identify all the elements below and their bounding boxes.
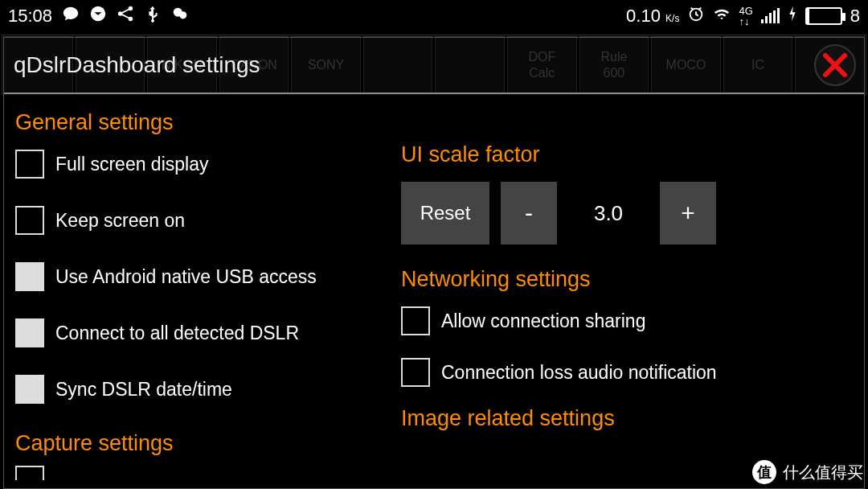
modal-header: qDslrDashboard settings — [4, 38, 864, 94]
scale-value: 3.0 — [568, 201, 649, 226]
label-full-screen: Full screen display — [55, 154, 208, 175]
watermark-badge: 值 — [751, 458, 778, 486]
section-networking: Networking settings — [401, 267, 853, 292]
checkbox-keep-screen-on[interactable] — [15, 206, 44, 235]
increase-button[interactable]: + — [660, 182, 716, 244]
wechat-icon — [171, 5, 189, 27]
checkbox-native-usb[interactable] — [15, 262, 44, 291]
section-image: Image related settings — [401, 406, 853, 431]
checkbox-loss-notify[interactable] — [401, 358, 430, 387]
row-loss-notify[interactable]: Connection loss audio notification — [401, 358, 853, 387]
reset-button[interactable]: Reset — [401, 182, 489, 244]
checkbox-allow-sharing[interactable] — [401, 306, 430, 335]
section-ui-scale: UI scale factor — [401, 142, 853, 167]
label-keep-screen-on: Keep screen on — [55, 210, 185, 232]
row-full-screen[interactable]: Full screen display — [15, 150, 379, 179]
label-allow-sharing: Allow connection sharing — [441, 310, 645, 332]
share-icon — [117, 5, 134, 27]
battery-percent: 8 — [850, 6, 860, 27]
left-column: General settings Full screen display Kee… — [4, 96, 390, 488]
decrease-button[interactable]: - — [501, 182, 557, 244]
message-icon — [89, 5, 107, 27]
watermark: 值 什么值得买 — [751, 458, 863, 486]
checkbox-connect-all[interactable] — [15, 318, 44, 347]
android-status-bar: 15:08 0.10 K/s 4G↑↓ — [0, 0, 868, 32]
close-icon — [819, 49, 851, 81]
row-allow-sharing[interactable]: Allow connection sharing — [401, 306, 853, 335]
ui-scale-controls: Reset - 3.0 + — [401, 182, 853, 244]
usb-icon — [144, 5, 162, 27]
row-native-usb[interactable]: Use Android native USB access — [15, 262, 379, 291]
modal-title: qDslrDashboard settings — [14, 52, 260, 78]
section-general: General settings — [15, 110, 379, 135]
alarm-icon — [687, 5, 705, 27]
label-loss-notify: Connection loss audio notification — [441, 362, 717, 384]
label-connect-all: Connect to all detected DSLR — [55, 323, 299, 344]
label-sync-time: Sync DSLR date/time — [55, 379, 232, 401]
status-time: 15:08 — [8, 6, 52, 27]
row-connect-all[interactable]: Connect to all detected DSLR — [15, 318, 379, 347]
checkbox-sync-time[interactable] — [15, 375, 44, 404]
right-column: UI scale factor Reset - 3.0 + Networking… — [390, 96, 864, 488]
section-capture: Capture settings — [15, 431, 379, 456]
row-keep-screen-on[interactable]: Keep screen on — [15, 206, 379, 235]
row-sync-time[interactable]: Sync DSLR date/time — [15, 375, 379, 404]
net-speed: 0.10 K/s — [626, 6, 679, 27]
checkbox-partial[interactable] — [15, 466, 44, 480]
chat-icon — [62, 5, 80, 27]
checkbox-full-screen[interactable] — [15, 150, 44, 179]
svg-point-5 — [179, 11, 186, 18]
settings-modal: qDslrDashboard settings General settings… — [3, 37, 865, 489]
close-button[interactable] — [814, 44, 856, 86]
label-native-usb: Use Android native USB access — [55, 266, 317, 288]
battery-icon — [805, 7, 842, 25]
watermark-text: 什么值得买 — [783, 462, 863, 483]
charging-icon — [788, 5, 797, 27]
signal-bars — [761, 9, 780, 23]
network-gen: 4G↑↓ — [739, 6, 752, 27]
wifi-icon — [713, 5, 731, 27]
